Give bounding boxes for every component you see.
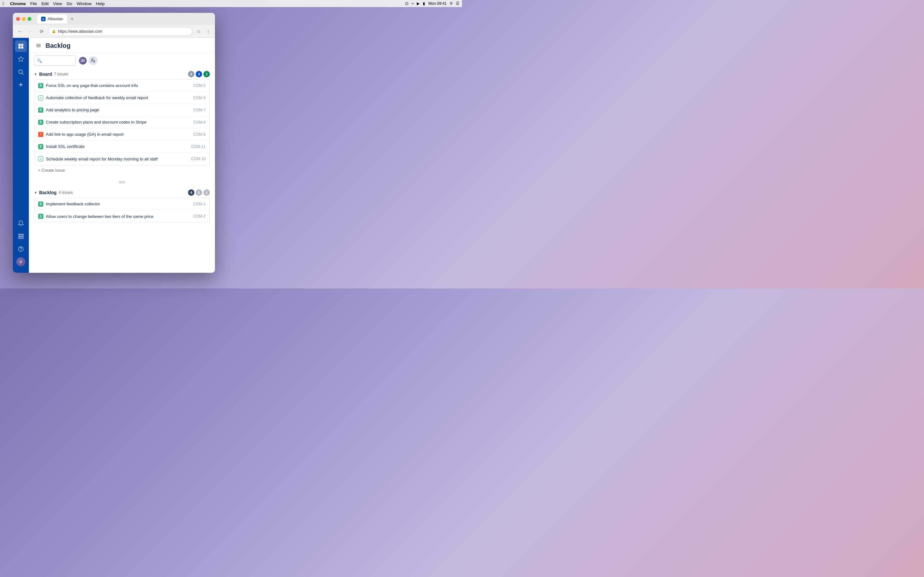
forward-button[interactable]: → xyxy=(26,27,35,36)
search-box[interactable]: 🔍 xyxy=(34,55,76,66)
avatar-user1[interactable]: JD xyxy=(78,56,87,65)
backlog-chevron-icon: ▼ xyxy=(34,191,37,195)
issue-type-story-icon: S xyxy=(38,144,43,149)
menu-icon xyxy=(36,43,41,48)
chrome-titlebar: A Atlassian + xyxy=(13,13,215,25)
issue-type-bug-icon: ! xyxy=(38,132,43,137)
backlog-section-badges: 4 0 0 xyxy=(188,189,210,196)
svg-rect-10 xyxy=(22,234,23,235)
table-row[interactable]: ✓ Schedule weekly email report for Monda… xyxy=(34,153,209,165)
board-section-title: Board xyxy=(39,72,52,77)
menubar-right: ⊡ ≈ ▶ ▮ Mon 09:41 ⚲ ☰ xyxy=(405,1,459,6)
sidebar-item-search[interactable] xyxy=(15,66,27,78)
menubar:  Chrome File Edit View Go Window Help ⊡… xyxy=(0,0,462,7)
svg-rect-12 xyxy=(20,235,21,237)
issue-id: COM-5 xyxy=(193,84,206,88)
sidebar-item-profile[interactable]: U xyxy=(15,256,27,268)
avatar-user1-img: JD xyxy=(79,57,87,64)
avatar-team[interactable] xyxy=(89,56,98,65)
issue-title: Automate collection of feedback for week… xyxy=(46,95,191,100)
sidebar-item-home[interactable] xyxy=(15,40,27,52)
board-section-header[interactable]: ▼ Board 7 issues 2 3 2 xyxy=(34,68,210,79)
minimize-button[interactable] xyxy=(22,17,26,21)
issue-title: Create subscription plans and discount c… xyxy=(46,120,191,124)
sidebar: U xyxy=(13,38,29,273)
main-panel: Backlog 🔍 JD xyxy=(29,38,215,273)
plus-icon xyxy=(18,82,24,88)
issue-id: COM-9 xyxy=(193,96,206,100)
create-issue-button[interactable]: + Create issue xyxy=(34,165,210,175)
backlog-issues-list: S Implement feedback collector COM-1 S A… xyxy=(34,198,210,223)
maximize-button[interactable] xyxy=(27,17,31,21)
lock-icon: 🔒 xyxy=(52,29,56,33)
team-icon xyxy=(90,58,96,63)
apps-icon xyxy=(18,233,24,239)
table-row[interactable]: S Install SSL certificate COM-11 xyxy=(34,140,209,153)
svg-rect-14 xyxy=(19,237,20,239)
reload-button[interactable]: ⟳ xyxy=(37,27,46,36)
close-button[interactable] xyxy=(16,17,20,21)
page-toolbar: 🔍 JD xyxy=(29,53,215,68)
bookmark-button[interactable]: ☆ xyxy=(195,27,203,35)
issue-type-story-icon: S xyxy=(38,120,43,125)
menubar-help[interactable]: Help xyxy=(96,1,105,6)
resize-handle-icon xyxy=(118,181,126,184)
new-tab-button[interactable]: + xyxy=(68,15,76,23)
menubar-chrome[interactable]: Chrome xyxy=(10,1,26,6)
svg-rect-2 xyxy=(19,47,21,49)
search-input[interactable] xyxy=(44,58,73,63)
issue-id: COM-6 xyxy=(193,120,206,124)
table-row[interactable]: ! Add link to app usage (GA) in email re… xyxy=(34,128,209,140)
issue-id: COM-11 xyxy=(191,144,206,149)
backlog-issue-count: 4 issues xyxy=(58,190,72,195)
backlog-badge-0: 4 xyxy=(188,189,195,196)
table-row[interactable]: S Force SSL on any page that contains ac… xyxy=(34,80,209,92)
svg-rect-9 xyxy=(20,234,21,235)
svg-rect-20 xyxy=(36,45,41,46)
issue-type-story-icon: S xyxy=(38,108,43,113)
svg-point-4 xyxy=(19,69,23,74)
backlog-badge-2: 0 xyxy=(203,189,210,196)
board-chevron-icon: ▼ xyxy=(34,73,37,76)
sidebar-item-create[interactable] xyxy=(15,79,27,90)
table-row[interactable]: S Allow users to change between two tier… xyxy=(34,210,209,222)
issue-type-story-icon: S xyxy=(38,214,43,219)
svg-rect-0 xyxy=(19,44,21,46)
menubar-view[interactable]: View xyxy=(53,1,62,6)
search-box-icon: 🔍 xyxy=(37,58,42,63)
menubar-list-icon[interactable]: ☰ xyxy=(456,1,459,6)
board-badge-1: 3 xyxy=(196,71,202,77)
issue-title: Schedule weekly email report for Monday … xyxy=(46,156,188,161)
table-row[interactable]: S Implement feedback collector COM-1 xyxy=(34,198,209,210)
address-bar[interactable]: 🔒 https://www.atlassian.com xyxy=(48,27,193,36)
home-icon xyxy=(18,43,24,50)
table-row[interactable]: ✓ Automate collection of feedback for we… xyxy=(34,92,209,104)
menubar-search-icon[interactable]: ⚲ xyxy=(450,1,453,6)
backlog-section-header[interactable]: ▼ Backlog 4 issues 4 0 0 xyxy=(34,187,210,198)
table-row[interactable]: S Add analytics to pricing page COM-7 xyxy=(34,104,209,116)
menu-toggle-button[interactable] xyxy=(34,41,43,50)
menubar-edit[interactable]: Edit xyxy=(41,1,48,6)
sidebar-item-apps[interactable] xyxy=(15,230,27,242)
issue-title: Add link to app usage (GA) in email repo… xyxy=(46,132,191,137)
sidebar-item-help[interactable] xyxy=(15,243,27,255)
menubar-time: Mon 09:41 xyxy=(428,1,447,6)
sidebar-item-notifications[interactable] xyxy=(15,218,27,229)
active-tab[interactable]: A Atlassian xyxy=(37,15,67,23)
issue-id: COM-10 xyxy=(191,156,206,161)
board-section-badges: 2 3 2 xyxy=(188,71,210,77)
menubar-screen-icon: ⊡ xyxy=(405,1,409,6)
back-button[interactable]: ← xyxy=(15,27,24,36)
menubar-window[interactable]: Window xyxy=(77,1,92,6)
menubar-file[interactable]: File xyxy=(30,1,37,6)
menubar-go[interactable]: Go xyxy=(67,1,72,6)
more-button[interactable]: ⋮ xyxy=(204,27,212,35)
sidebar-bottom: U xyxy=(15,218,27,270)
svg-rect-8 xyxy=(19,234,20,235)
sidebar-item-starred[interactable] xyxy=(15,53,27,65)
section-divider[interactable] xyxy=(29,178,215,187)
issue-title: Implement feedback collector xyxy=(46,201,191,206)
apple-logo-icon[interactable]:  xyxy=(3,1,4,6)
table-row[interactable]: S Create subscription plans and discount… xyxy=(34,116,209,128)
backlog-section-title: Backlog xyxy=(39,190,56,195)
